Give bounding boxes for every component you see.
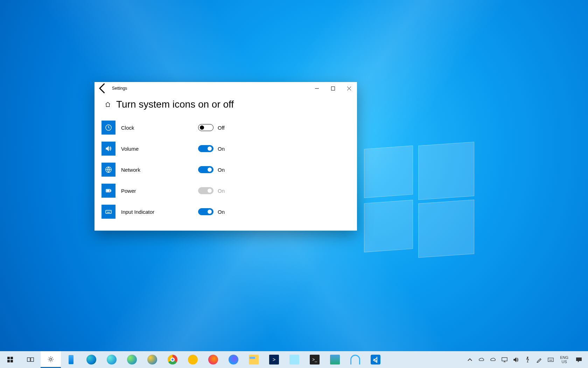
tray-monitor-icon[interactable] [499, 351, 510, 368]
toggle-power [198, 187, 214, 194]
taskbar-app-photos[interactable] [325, 351, 345, 368]
maximize-button[interactable] [325, 82, 341, 95]
taskbar-app-vscode[interactable] [365, 351, 386, 368]
taskbar-app-settings[interactable] [41, 351, 61, 368]
volume-icon [102, 142, 115, 156]
clock-icon [102, 121, 115, 135]
tray-overflow-button[interactable] [464, 351, 476, 368]
svg-rect-11 [10, 357, 13, 359]
taskbar-app-edge-canary[interactable] [142, 351, 162, 368]
row-clock: Clock Off [102, 117, 350, 138]
power-icon [102, 184, 115, 198]
taskbar-app-notepad[interactable] [284, 351, 304, 368]
toggle-state: On [218, 209, 225, 215]
task-view-button[interactable] [20, 351, 41, 368]
taskbar-app-phone[interactable] [61, 351, 81, 368]
svg-rect-8 [107, 190, 109, 191]
taskbar-app-terminal[interactable]: >_ [304, 351, 325, 368]
svg-point-16 [50, 358, 52, 360]
toggle-state: On [218, 188, 225, 194]
tray-pen-icon[interactable] [533, 351, 545, 368]
row-label: Volume [121, 146, 198, 152]
titlebar[interactable]: Settings [94, 82, 357, 95]
taskbar-app-edge[interactable] [81, 351, 102, 368]
settings-list: Clock Off Volume On Network On [94, 117, 357, 222]
toggle-network[interactable] [198, 166, 214, 173]
windows-logo-wallpaper [364, 147, 472, 256]
row-power: Power On [102, 180, 350, 201]
row-label: Input Indicator [121, 209, 198, 215]
svg-rect-15 [31, 358, 34, 362]
taskbar-app-explorer[interactable] [244, 351, 264, 368]
taskbar-app-generic-blue[interactable] [345, 351, 365, 368]
keyboard-icon [102, 205, 115, 219]
tray-language-button[interactable]: ENG US [556, 355, 572, 364]
toggle-input-indicator[interactable] [198, 208, 214, 215]
network-icon [102, 163, 115, 177]
page-title: Turn system icons on or off [116, 99, 234, 110]
tray-keyboard-icon[interactable] [545, 351, 556, 368]
row-label: Power [121, 188, 198, 194]
taskbar-app-powershell[interactable]: > [264, 351, 284, 368]
system-tray: ENG US [464, 351, 588, 368]
svg-rect-7 [110, 190, 111, 191]
toggle-state: Off [218, 125, 225, 131]
svg-rect-14 [27, 358, 30, 362]
svg-rect-1 [331, 87, 335, 90]
close-button[interactable] [341, 82, 357, 95]
taskbar-app-edge-beta[interactable] [102, 351, 122, 368]
taskbar-app-chrome[interactable] [162, 351, 183, 368]
toggle-clock[interactable] [198, 124, 214, 131]
row-label: Network [121, 167, 198, 173]
row-network: Network On [102, 159, 350, 180]
home-button[interactable] [102, 98, 114, 111]
action-center-button[interactable] [572, 351, 586, 368]
toggle-state: On [218, 167, 225, 173]
row-input-indicator: Input Indicator On [102, 201, 350, 222]
lang-code-bottom: US [561, 360, 567, 364]
taskbar-app-firefox-dev[interactable] [223, 351, 244, 368]
row-label: Clock [121, 125, 198, 131]
svg-rect-10 [7, 357, 10, 359]
tray-onedrive-icon[interactable] [476, 351, 487, 368]
page-header: Turn system icons on or off [94, 95, 357, 117]
taskbar-left: > >_ [0, 351, 386, 368]
back-button[interactable] [97, 82, 109, 95]
svg-rect-9 [106, 210, 111, 213]
taskbar-app-edge-dev[interactable] [122, 351, 142, 368]
toggle-state: On [218, 146, 225, 152]
tray-usb-icon[interactable] [522, 351, 533, 368]
desktop[interactable]: Settings Turn system icons on or off Clo… [0, 0, 588, 368]
row-volume: Volume On [102, 138, 350, 159]
svg-point-18 [527, 357, 528, 357]
taskbar-app-firefox[interactable] [203, 351, 223, 368]
minimize-button[interactable] [309, 82, 325, 95]
svg-rect-13 [10, 360, 13, 362]
taskbar-app-chrome-canary[interactable] [183, 351, 203, 368]
svg-rect-19 [548, 358, 553, 361]
start-button[interactable] [0, 351, 20, 368]
settings-window: Settings Turn system icons on or off Clo… [94, 82, 357, 231]
toggle-volume[interactable] [198, 145, 214, 152]
svg-rect-17 [502, 357, 507, 361]
tray-cloud-icon[interactable] [487, 351, 499, 368]
taskbar: > >_ ENG US [0, 351, 588, 368]
window-title: Settings [112, 86, 127, 91]
lang-code-top: ENG [560, 355, 568, 360]
svg-rect-12 [7, 360, 10, 362]
tray-volume-icon[interactable] [510, 351, 522, 368]
